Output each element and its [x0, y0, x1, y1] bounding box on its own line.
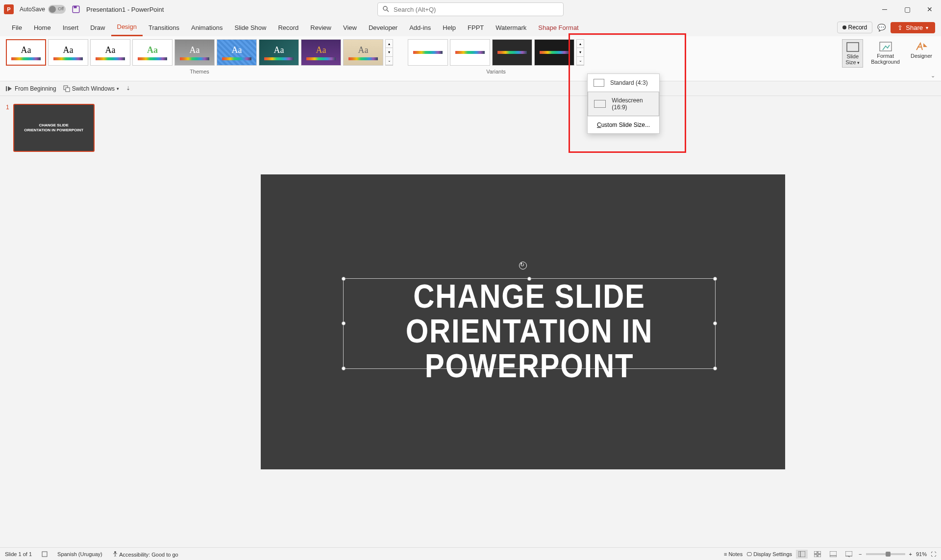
tab-record[interactable]: Record [272, 19, 304, 36]
variant-swatch[interactable] [534, 39, 574, 66]
designer-label: Designer [911, 53, 932, 59]
reading-view-button[interactable] [827, 550, 839, 559]
tab-transitions[interactable]: Transitions [143, 19, 185, 36]
theme-swatch[interactable]: Aa [6, 39, 46, 66]
slide-size-button[interactable]: Slide Size [842, 39, 863, 68]
close-button[interactable]: ✕ [918, 0, 941, 19]
variants-gallery-arrows[interactable]: ▴▾⌄ [576, 39, 584, 66]
save-icon[interactable] [72, 5, 80, 14]
resize-handle[interactable] [342, 277, 346, 281]
qa-overflow-icon[interactable]: ⇣ [126, 85, 130, 92]
autosave-state: Off [58, 6, 64, 11]
dropdown-standard-label: Standard (4:3) [610, 79, 648, 86]
search-input[interactable] [394, 6, 558, 13]
slide-canvas[interactable]: CHANGE SLIDE ORIENTATION IN POWERPOINT [105, 96, 941, 547]
resize-handle[interactable] [713, 277, 717, 281]
dropdown-custom-label: ustom Slide Size... [601, 122, 650, 128]
tab-fppt[interactable]: FPPT [462, 19, 490, 36]
slide[interactable]: CHANGE SLIDE ORIENTATION IN POWERPOINT [261, 174, 785, 469]
variant-swatch[interactable] [492, 39, 532, 66]
zoom-slider[interactable] [866, 553, 905, 555]
theme-swatch[interactable]: Aa [217, 39, 257, 66]
slideshow-view-button[interactable] [843, 550, 855, 559]
theme-swatch[interactable]: Aa [301, 39, 341, 66]
resize-handle[interactable] [713, 366, 717, 370]
from-beginning-button[interactable]: From Beginning [6, 85, 56, 92]
selected-textbox[interactable]: CHANGE SLIDE ORIENTATION IN POWERPOINT [343, 278, 716, 369]
format-background-button[interactable]: Format Background [868, 39, 903, 67]
zoom-in-button[interactable]: + [909, 551, 912, 557]
variant-swatch[interactable] [450, 39, 490, 66]
theme-swatch[interactable]: Aa [174, 39, 215, 66]
tab-developer[interactable]: Developer [363, 19, 403, 36]
tab-slideshow[interactable]: Slide Show [228, 19, 272, 36]
comments-icon[interactable]: 💬 [877, 24, 886, 31]
slide-size-label: Slide Size [845, 53, 860, 65]
dropdown-widescreen-label: Widescreen (16:9) [612, 97, 653, 111]
switch-windows-button[interactable]: Switch Windows ▾ [63, 85, 119, 92]
slide-thumbnail[interactable]: CHANGE SLIDE ORIENTATION IN POWERPOINT [13, 104, 95, 152]
slide-text-line2: ORIENTATION IN POWERPOINT [366, 314, 693, 384]
minimize-button[interactable]: ─ [873, 0, 896, 19]
dropdown-item-widescreen[interactable]: Widescreen (16:9) [588, 92, 659, 116]
tab-file[interactable]: File [6, 19, 28, 36]
notes-button[interactable]: ≡ Notes [724, 551, 743, 557]
tab-shape-format[interactable]: Shape Format [532, 19, 584, 36]
slide-sorter-button[interactable] [812, 550, 823, 559]
maximize-button[interactable]: ▢ [896, 0, 918, 19]
accessibility-indicator[interactable]: Accessibility: Good to go [112, 551, 178, 558]
status-bar: Slide 1 of 1 Spanish (Uruguay) Accessibi… [0, 547, 941, 560]
resize-handle[interactable] [713, 321, 717, 325]
share-button[interactable]: ⇪ Share [891, 22, 935, 33]
share-label: Share [906, 24, 923, 31]
tab-design[interactable]: Design [111, 19, 143, 36]
tab-view[interactable]: View [337, 19, 363, 36]
theme-swatch[interactable]: Aa [132, 39, 173, 66]
search-box[interactable] [377, 2, 564, 16]
tab-insert[interactable]: Insert [57, 19, 85, 36]
resize-handle[interactable] [342, 321, 346, 325]
dropdown-custom-size[interactable]: Custom Slide Size... [588, 116, 659, 133]
tab-watermark[interactable]: Watermark [490, 19, 532, 36]
powerpoint-icon: P [4, 4, 14, 14]
tab-review[interactable]: Review [304, 19, 337, 36]
slide-title-text[interactable]: CHANGE SLIDE ORIENTATION IN POWERPOINT [366, 279, 693, 384]
chevron-down-icon: ▾ [117, 86, 119, 91]
theme-swatch[interactable]: Aa [90, 39, 130, 66]
thumbnail-pane[interactable]: 1 CHANGE SLIDE ORIENTATION IN POWERPOINT [0, 96, 105, 547]
slide-count-label[interactable]: Slide 1 of 1 [5, 551, 32, 557]
variant-swatch[interactable] [408, 39, 448, 66]
designer-button[interactable]: Designer [908, 39, 935, 61]
language-indicator[interactable] [42, 551, 48, 557]
fit-to-window-button[interactable]: ⛶ [931, 551, 936, 557]
tab-draw[interactable]: Draw [84, 19, 111, 36]
language-label[interactable]: Spanish (Uruguay) [57, 551, 102, 557]
record-dot-icon [842, 25, 846, 29]
ribbon-collapse-icon[interactable]: ⌄ [931, 73, 935, 79]
tab-home[interactable]: Home [28, 19, 57, 36]
themes-gallery-arrows[interactable]: ▴▾⌄ [385, 39, 393, 66]
widescreen-ratio-icon [594, 100, 606, 108]
theme-swatch[interactable]: Aa [48, 39, 88, 66]
record-button[interactable]: Record [837, 22, 873, 33]
theme-swatch[interactable]: Aa [259, 39, 299, 66]
dropdown-item-standard[interactable]: Standard (4:3) [588, 74, 659, 92]
customize-group: Slide Size Format Background Designer [842, 39, 935, 68]
slide-size-dropdown: Standard (4:3) Widescreen (16:9) Custom … [587, 73, 660, 134]
zoom-level[interactable]: 91% [916, 551, 927, 557]
theme-swatch[interactable]: Aa [343, 39, 383, 66]
resize-handle[interactable] [342, 366, 346, 370]
tab-animations[interactable]: Animations [185, 19, 228, 36]
tab-help[interactable]: Help [437, 19, 462, 36]
zoom-out-button[interactable]: − [859, 551, 862, 557]
svg-rect-8 [66, 88, 70, 92]
svg-line-3 [387, 10, 389, 12]
svg-rect-6 [6, 86, 7, 91]
rotate-handle[interactable] [519, 262, 527, 269]
normal-view-button[interactable] [796, 550, 808, 559]
display-settings-button[interactable]: 🖵 Display Settings [746, 551, 792, 557]
quick-access-bar: From Beginning Switch Windows ▾ ⇣ [0, 81, 941, 96]
tab-addins[interactable]: Add-ins [403, 19, 437, 36]
autosave-toggle[interactable]: Off [48, 5, 66, 14]
standard-ratio-icon [594, 79, 604, 87]
